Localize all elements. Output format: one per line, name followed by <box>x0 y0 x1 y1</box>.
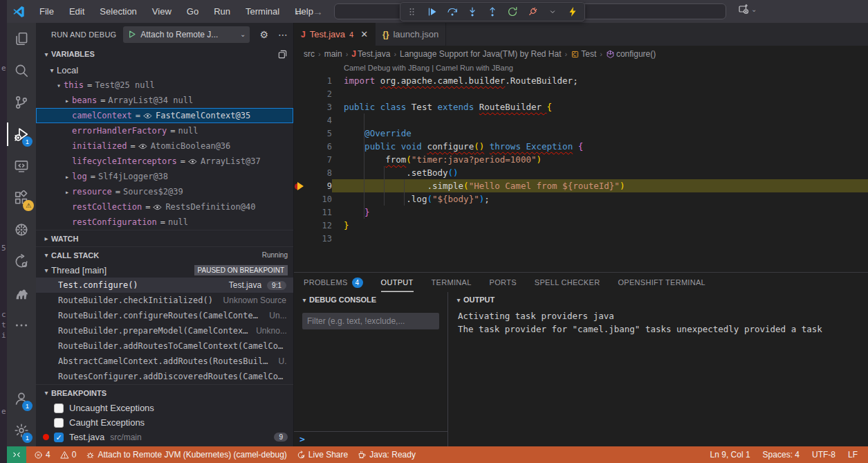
launch-profile-button[interactable]: ⌄ <box>738 3 757 15</box>
restart-icon[interactable] <box>506 5 519 19</box>
status-cursor-position[interactable]: Ln 9, Col 1 <box>705 450 755 460</box>
tab-test-java[interactable]: JTest.java4✕ <box>294 23 376 46</box>
stack-frame[interactable]: RoutesConfigurer.addDiscoveredRoutes(Cam… <box>36 369 293 384</box>
activity-run-and-debug[interactable]: 1 <box>7 118 36 150</box>
stack-frame[interactable]: AbstractCamelContext.addRoutes(RoutesBui… <box>36 354 293 369</box>
variable-row[interactable]: ▾Local <box>36 62 293 78</box>
variable-row[interactable]: ▸resource=Sources$2@39 <box>36 184 293 199</box>
status-java-status[interactable]: Java: Ready <box>353 450 421 460</box>
stack-frame[interactable]: RouteBuilder.prepareModel(CamelContext)U… <box>36 323 293 338</box>
code-line-12[interactable]: 12} <box>294 219 868 232</box>
activity-camel[interactable] <box>7 278 36 309</box>
collapse-all-icon[interactable] <box>277 49 288 60</box>
panel-tab-ports[interactable]: PORTS <box>490 273 517 292</box>
status-live-share[interactable]: Live Share <box>292 450 353 460</box>
code-line-2[interactable]: 2 <box>294 87 868 100</box>
code-line-13[interactable]: 13 <box>294 232 868 245</box>
activity-live-share[interactable] <box>7 246 36 278</box>
variable-row[interactable]: errorHandlerFactory=null <box>36 123 293 138</box>
panel-tab-terminal[interactable]: TERMINAL <box>432 273 472 292</box>
gutter[interactable] <box>294 127 309 140</box>
status-debug-session[interactable]: Attach to Remote JVM (Kubernetes) (camel… <box>81 450 291 460</box>
activity-search[interactable] <box>7 55 36 87</box>
status-indentation[interactable]: Spaces: 4 <box>758 450 804 460</box>
breakpoint-arrow-icon[interactable] <box>295 182 308 190</box>
thread-row[interactable]: ▾Thread [main]PAUSED ON BREAKPOINT <box>36 263 293 278</box>
breakpoint-row[interactable]: Uncaught Exceptions <box>36 401 293 415</box>
menu-edit[interactable]: Edit <box>63 4 91 19</box>
status-errors[interactable]: 4 <box>29 450 55 460</box>
gutter[interactable] <box>294 219 309 232</box>
gutter[interactable] <box>294 192 309 206</box>
code-line-1[interactable]: 1import org.apache.camel.builder.RouteBu… <box>294 74 868 87</box>
panel-tab-problems[interactable]: PROBLEMS4 <box>304 273 363 292</box>
variable-row[interactable]: ▾this=Test@25 null <box>36 78 293 93</box>
forward-button[interactable]: → <box>313 6 323 17</box>
drag-handle-icon[interactable] <box>405 5 419 19</box>
panel-tab-spell-checker[interactable]: SPELL CHECKER <box>535 273 600 292</box>
code-editor[interactable]: Camel Debug with JBang | Camel Run with … <box>294 62 868 272</box>
code-line-9[interactable]: 9 .simple("Hello Camel from ${routeId}") <box>294 179 868 192</box>
menu-file[interactable]: File <box>33 4 60 19</box>
chevron-down-icon[interactable]: ▾ <box>54 82 64 89</box>
debug-config-dropdown[interactable]: Attach to Remote J... ⌄ <box>123 26 250 43</box>
activity-more-views[interactable] <box>7 309 36 341</box>
stack-frame[interactable]: RouteBuilder.checkInitialized()Unknown S… <box>36 293 293 308</box>
gutter[interactable] <box>294 179 309 192</box>
continue-icon[interactable] <box>425 5 439 19</box>
activity-explorer[interactable] <box>7 23 36 55</box>
gutter[interactable] <box>294 114 309 127</box>
menu-selection[interactable]: Selection <box>93 4 142 19</box>
lazy-eval-eye-icon[interactable] <box>188 157 197 166</box>
lazy-eval-eye-icon[interactable] <box>138 142 147 151</box>
panel-tab-output[interactable]: OUTPUT <box>381 273 414 292</box>
menu-go[interactable]: Go <box>181 4 205 19</box>
code-line-6[interactable]: 6 public void configure() throws Excepti… <box>294 140 868 153</box>
activity-remote-explorer[interactable] <box>7 150 36 182</box>
code-line-4[interactable]: 4 <box>294 114 868 127</box>
variable-row[interactable]: ▸beans=ArrayList@34 null <box>36 93 293 108</box>
variable-row[interactable]: lifecycleInterceptors=ArrayList@37 <box>36 154 293 169</box>
code-line-11[interactable]: 11 } <box>294 206 868 219</box>
status-eol[interactable]: LF <box>843 450 862 460</box>
menu-run[interactable]: Run <box>207 4 237 19</box>
step-out-icon[interactable] <box>486 5 499 19</box>
step-over-icon[interactable] <box>445 5 459 19</box>
lazy-eval-eye-icon[interactable] <box>153 203 162 212</box>
activity-accounts[interactable]: 1 <box>7 383 36 415</box>
breakpoint-checkbox[interactable] <box>54 418 64 428</box>
breadcrumb-item[interactable]: src <box>304 49 315 59</box>
disconnect-icon[interactable] <box>526 5 539 19</box>
gutter[interactable] <box>294 166 309 179</box>
variables-section-header[interactable]: ▾VARIABLES <box>36 46 293 62</box>
callstack-section-header[interactable]: ▾CALL STACKRunning <box>36 246 293 263</box>
stack-frame[interactable]: Test.configure()Test.java9:1 <box>36 278 293 293</box>
close-icon[interactable]: ✕ <box>360 29 368 39</box>
variable-row[interactable]: restConfiguration=null <box>36 215 293 230</box>
tab-launch-json[interactable]: {}launch.json <box>376 23 446 46</box>
debug-console-filter-input[interactable] <box>302 313 439 329</box>
code-line-5[interactable]: 5 @Override <box>294 127 868 140</box>
status-warnings[interactable]: 0 <box>55 450 82 460</box>
activity-kubernetes[interactable] <box>7 214 36 246</box>
status-encoding[interactable]: UTF-8 <box>807 450 840 460</box>
breakpoint-row[interactable]: Caught Exceptions <box>36 415 293 430</box>
gutter[interactable] <box>294 206 309 219</box>
gutter[interactable] <box>294 74 309 87</box>
menu-terminal[interactable]: Terminal <box>239 4 286 19</box>
stack-frame[interactable]: RouteBuilder.addRoutesToCamelContext(Cam… <box>36 338 293 354</box>
breakpoint-checkbox[interactable]: ✓ <box>54 433 64 442</box>
watch-section-header[interactable]: ▸WATCH <box>36 230 293 246</box>
hot-code-replace-icon[interactable] <box>566 5 580 19</box>
chevron-right-icon[interactable]: ▸ <box>62 188 72 196</box>
variable-row[interactable]: camelContext=FastCamelContext@35 <box>36 108 293 123</box>
debug-console-header[interactable]: ▾ DEBUG CONSOLE <box>294 292 447 307</box>
code-line-7[interactable]: 7 from("timer:java?period=1000") <box>294 153 868 166</box>
codelens-actions[interactable]: Camel Debug with JBang | Camel Run with … <box>344 64 513 72</box>
stack-frame[interactable]: RouteBuilder.configureRoutes(CamelContex… <box>36 308 293 323</box>
breakpoints-section-header[interactable]: ▾BREAKPOINTS <box>36 384 293 401</box>
start-debug-icon[interactable] <box>127 30 136 39</box>
output-log[interactable]: Activating task providers javaThe task p… <box>448 307 868 336</box>
debug-console-input-row[interactable]: > <box>294 431 447 446</box>
output-header[interactable]: ▾ OUTPUT <box>448 292 868 307</box>
